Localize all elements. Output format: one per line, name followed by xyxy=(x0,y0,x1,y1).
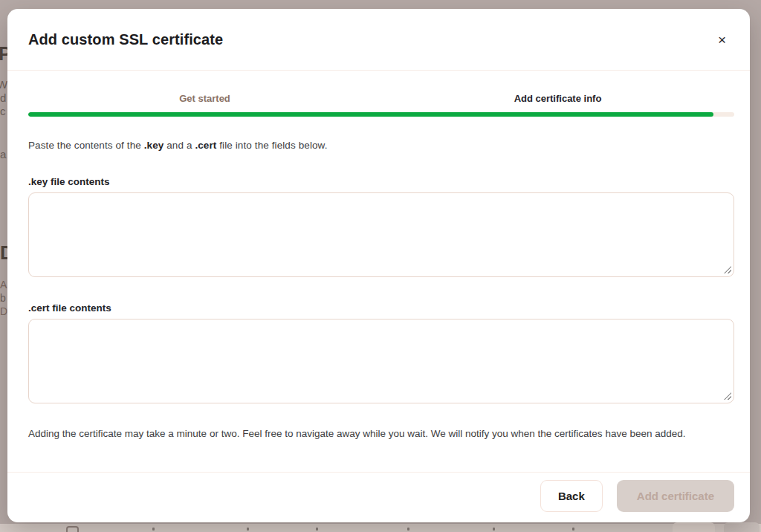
backdrop-text-fragment: W xyxy=(0,78,7,91)
cert-file-label: .cert file contents xyxy=(28,302,734,314)
backdrop-glyph xyxy=(316,528,318,531)
add-certificate-button[interactable]: Add certificate xyxy=(617,480,734,512)
progress-fill xyxy=(28,112,713,117)
back-button[interactable]: Back xyxy=(540,480,603,512)
backdrop-text-fragment: A xyxy=(0,279,7,291)
backdrop-table-row xyxy=(0,524,761,532)
backdrop-text-fragment: b xyxy=(0,292,6,304)
step-get-started[interactable]: Get started xyxy=(28,93,381,104)
instructions-text: Paste the contents of the .key and a .ce… xyxy=(28,140,734,151)
modal-body: Get started Add certificate info Paste t… xyxy=(7,71,750,472)
backdrop-glyph xyxy=(572,528,574,531)
progress-bar xyxy=(28,112,734,117)
note-text: Adding the certificate may take a minute… xyxy=(28,426,734,441)
stepper: Get started Add certificate info xyxy=(28,71,734,117)
step-add-certificate-info[interactable]: Add certificate info xyxy=(381,93,734,104)
backdrop-text-fragment: a xyxy=(0,148,6,160)
key-file-label: .key file contents xyxy=(28,176,734,187)
backdrop-glyph xyxy=(493,528,495,531)
backdrop-glyph xyxy=(247,528,249,531)
backdrop-button xyxy=(673,522,715,532)
modal-header: Add custom SSL certificate × xyxy=(7,9,750,71)
backdrop-button xyxy=(724,522,760,532)
cert-file-textarea[interactable] xyxy=(28,319,734,403)
modal-footer: Back Add certificate xyxy=(7,472,750,522)
backdrop-text-fragment: c xyxy=(0,105,6,117)
modal-title: Add custom SSL certificate xyxy=(28,31,223,48)
backdrop-checkbox xyxy=(66,526,79,532)
close-icon[interactable]: × xyxy=(713,30,731,50)
key-file-textarea[interactable] xyxy=(28,192,734,277)
backdrop-text-fragment: D xyxy=(0,305,7,317)
backdrop-glyph xyxy=(407,528,409,531)
add-ssl-certificate-modal: Add custom SSL certificate × Get started… xyxy=(7,9,750,522)
backdrop-text-fragment: d xyxy=(0,91,6,104)
backdrop-glyph xyxy=(152,528,155,531)
